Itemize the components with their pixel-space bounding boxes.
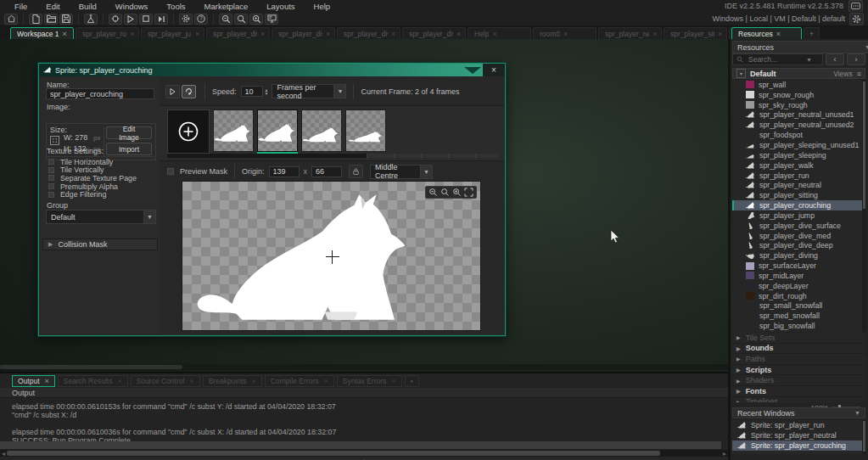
canvas-zoom-in-icon[interactable] (452, 188, 462, 197)
output-tab-search-results[interactable]: Search Results× (58, 375, 128, 387)
close-icon[interactable]: × (324, 377, 328, 385)
tab-help[interactable]: Help× (468, 27, 531, 39)
tab-spr-player-div-[interactable]: spr_player_div...× (272, 27, 335, 39)
frame-thumbnail-2[interactable] (257, 109, 298, 152)
close-icon[interactable]: × (391, 377, 395, 385)
tab-spr-player-sit-[interactable]: spr_player_sit...× (664, 27, 727, 39)
recent-sprite-spr-player-run[interactable]: Sprite: spr_player_run (732, 420, 865, 430)
zoom-out-button[interactable] (219, 14, 232, 25)
edit-image-button[interactable]: Edit Image (106, 126, 152, 139)
lock-icon[interactable] (349, 165, 363, 178)
canvas-zoom-out-icon[interactable] (428, 188, 438, 197)
close-icon[interactable]: × (483, 64, 505, 76)
collision-mask-section[interactable]: ▶ Collision Mask (42, 238, 158, 250)
checkbox[interactable] (48, 174, 55, 182)
views-label[interactable]: Views (833, 70, 853, 78)
menu-edit[interactable]: Edit (36, 2, 69, 11)
resource-spr_player_dive_deep[interactable]: spr_player_dive_deep (732, 241, 865, 251)
resource-spr_player_run[interactable]: spr_player_run (732, 171, 865, 181)
speed-input[interactable] (241, 86, 263, 97)
recent-sprite-spr-player-neutral[interactable]: Sprite: spr_player_neutral (732, 430, 865, 440)
menu-tools[interactable]: Tools (157, 2, 194, 11)
speed-stepper[interactable]: ▲▼ (265, 88, 269, 95)
close-icon[interactable]: × (563, 31, 568, 37)
nav-forward-button[interactable]: › (847, 53, 865, 65)
resource-spr_midLayer[interactable]: spr_midLayer (732, 271, 865, 281)
resource-spr_small_snowfall[interactable]: spr_small_snowfall (732, 301, 865, 311)
output-tab-breakpoints[interactable]: Breakpoints× (203, 375, 262, 387)
resource-group-header[interactable]: ▾ Default Views ≡ (732, 68, 865, 79)
nav-back-button[interactable]: ‹ (826, 53, 844, 65)
game-options-button[interactable] (179, 14, 193, 25)
frame-strip-scrollbar[interactable] (167, 154, 499, 158)
open-project-button[interactable] (44, 14, 58, 25)
sprite-name-input[interactable] (46, 88, 154, 99)
resource-spr_snow_rough[interactable]: spr_snow_rough (732, 90, 865, 100)
resource-spr_player_sitting[interactable]: spr_player_sitting (732, 190, 865, 200)
canvas-fit-icon[interactable] (464, 188, 473, 197)
import-button[interactable]: Import (106, 143, 152, 155)
add-dock-tab-button[interactable]: + (804, 27, 820, 39)
close-icon[interactable]: × (189, 377, 193, 385)
output-tab-compile-errors[interactable]: Compile Errors× (265, 375, 334, 387)
close-icon[interactable]: × (62, 31, 66, 37)
frame-thumbnail-4[interactable] (345, 109, 386, 152)
menu-marketplace[interactable]: Marketplace (195, 2, 258, 11)
zoom-reset-button[interactable] (234, 14, 248, 25)
chevron-down-icon[interactable]: ▼ (806, 57, 812, 63)
origin-x-input[interactable] (269, 166, 300, 177)
play-button[interactable] (165, 85, 180, 98)
resource-spr_wall[interactable]: spr_wall (732, 80, 865, 90)
close-icon[interactable]: × (718, 31, 722, 37)
resource-tree-scrollbar[interactable] (862, 80, 866, 332)
checkbox[interactable] (48, 182, 55, 190)
output-horizontal-scrollbar[interactable]: ◄ ► (0, 450, 728, 457)
close-icon[interactable]: × (652, 31, 657, 37)
resources-header-select[interactable]: Resources ▼ (732, 41, 868, 53)
output-tab-output[interactable]: Output× (12, 375, 55, 387)
checkbox[interactable] (48, 158, 55, 165)
checkbox[interactable] (48, 191, 55, 199)
tab-room0[interactable]: room0× (533, 27, 596, 39)
sprite-window-titlebar[interactable]: Sprite: spr_player_crouching × (39, 64, 505, 76)
resource-spr_player_neutral_unused1[interactable]: spr_player_neutral_unused1 (732, 110, 865, 121)
resource-spr_player_neutral[interactable]: spr_player_neutral (732, 180, 865, 190)
search-input[interactable] (747, 54, 803, 65)
resume-button[interactable] (154, 14, 168, 25)
recent-windows-header[interactable]: Recent Windows ▼ (732, 407, 865, 418)
close-icon[interactable]: × (45, 377, 49, 385)
resource-spr_player_diving[interactable]: spr_player_diving (732, 250, 865, 261)
menu-help[interactable]: Help (305, 2, 340, 11)
section-fonts[interactable]: ▶Fonts (732, 386, 865, 397)
menu-windows[interactable]: Windows (106, 2, 158, 11)
resource-spr_med_snowfall[interactable]: spr_med_snowfall (732, 311, 865, 321)
frame-thumbnail-1[interactable] (213, 109, 254, 152)
canvas-zoom-reset-icon[interactable] (440, 188, 450, 197)
checkbox[interactable] (48, 166, 55, 174)
recent-windows-scrollbar[interactable] (862, 420, 866, 454)
origin-preset-select[interactable]: Middle Centre ▼ (370, 165, 433, 179)
tab-spr-player-ne-[interactable]: spr_player_ne...× (598, 27, 662, 39)
tab-spr-player-div-[interactable]: spr_player_div...× (402, 27, 466, 39)
section-sounds[interactable]: ▶Sounds (732, 344, 865, 355)
scroll-left-icon[interactable]: ◄ (0, 451, 7, 457)
preview-mask-checkbox[interactable] (166, 167, 175, 176)
debug-button[interactable] (109, 14, 122, 25)
run-button[interactable] (124, 14, 137, 25)
resource-spr_player_dive_surface[interactable]: spr_player_dive_surface (732, 221, 865, 231)
tab-spr-player-run[interactable]: spr_player_run× (76, 27, 139, 39)
resource-spr_surfaceLayer[interactable]: spr_surfaceLayer (732, 261, 865, 271)
resource-spr_dirt_rough[interactable]: spr_dirt_rough (732, 291, 865, 301)
resource-spr_player_jump[interactable]: spr_player_jump (732, 210, 865, 221)
recent-sprite-spr-player-crouching[interactable]: Sprite: spr_player_crouching (732, 440, 865, 451)
texture-group-select[interactable]: Default ▼ (46, 210, 156, 224)
menu-icon[interactable]: ≡ (857, 70, 861, 78)
zoom-in-button[interactable] (249, 14, 263, 25)
close-icon[interactable]: × (130, 31, 134, 37)
loop-button[interactable] (182, 85, 196, 98)
close-icon[interactable]: × (492, 31, 496, 37)
target-button[interactable] (84, 14, 98, 25)
resource-spr_player_crouching[interactable]: spr_player_crouching (732, 200, 865, 210)
tab-workspace-1[interactable]: Workspace 1× (10, 27, 74, 40)
output-tab-syntax-errors[interactable]: Syntax Errors× (337, 375, 402, 387)
